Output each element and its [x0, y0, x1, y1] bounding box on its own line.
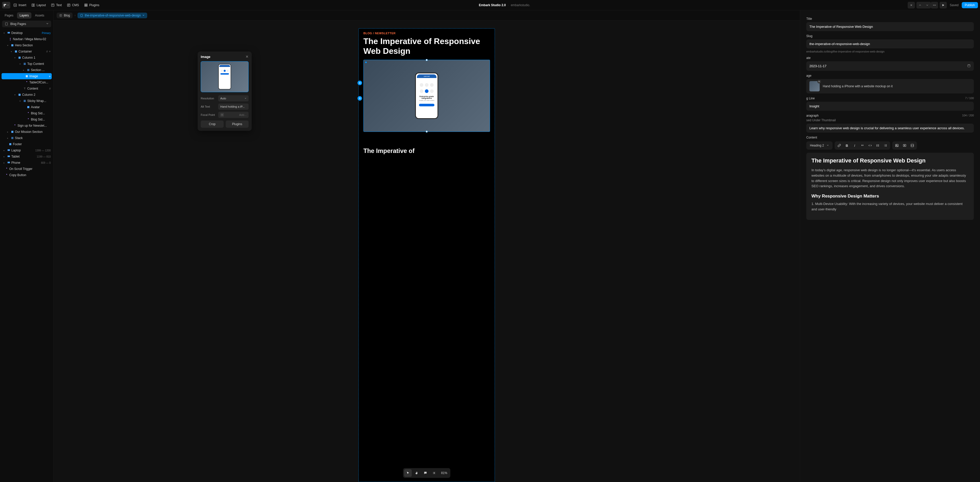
breadcrumb-current[interactable]: the-imperative-of-responsive-web-design: [78, 13, 147, 18]
tree-content[interactable]: Content #: [2, 86, 52, 92]
tree-section[interactable]: ▸ Section ...: [2, 67, 52, 73]
cursor-tool[interactable]: [404, 469, 412, 477]
quote-button[interactable]: [859, 142, 866, 148]
paragraph-input[interactable]: [806, 124, 974, 132]
svg-rect-8: [86, 5, 87, 6]
slug-input[interactable]: [806, 39, 974, 48]
content-editor[interactable]: The Imperative of Responsive Web Design …: [806, 153, 974, 220]
title-input[interactable]: [806, 22, 974, 31]
image-field[interactable]: ✕ Hand holding a iPhone with a website m…: [806, 79, 974, 93]
plugins-button[interactable]: Plugins: [82, 2, 102, 8]
stack-indicator-icon[interactable]: [358, 96, 362, 101]
chevron-down-icon: [827, 144, 829, 147]
pages-dropdown[interactable]: Blog Pages: [2, 21, 51, 27]
plus-icon: [13, 3, 17, 7]
layout-button[interactable]: Layout: [29, 2, 48, 8]
insert-button[interactable]: Insert: [11, 2, 28, 8]
theme-toggle[interactable]: [430, 469, 438, 477]
close-icon[interactable]: ✕: [245, 54, 248, 59]
code-button[interactable]: [867, 142, 874, 148]
tree-col2[interactable]: ▾ Column 2: [2, 92, 52, 98]
tree-copy[interactable]: Copy Button: [2, 172, 52, 178]
resize-handle-bottom[interactable]: [426, 131, 428, 132]
tree-image-selected[interactable]: Image +: [2, 73, 52, 79]
plus-icon[interactable]: +: [49, 74, 51, 78]
canvas-image-selected[interactable]: openreel Enterprise-gradeIntegrations Am…: [363, 60, 490, 132]
pages-icon: [5, 22, 8, 26]
selection-origin-dot: [365, 62, 367, 63]
tree-sticky[interactable]: ▾ Sticky Wrap...: [2, 98, 52, 104]
editor-paragraph: In today's digital age, responsive web d…: [811, 168, 969, 189]
canvas-frame[interactable]: BLOG / NEWSLETTER The Imperative of Resp…: [358, 28, 495, 482]
tree-phone[interactable]: ▸ Phone 809 — 0: [2, 160, 52, 166]
svg-rect-17: [24, 63, 26, 64]
close-panel-button[interactable]: [908, 2, 915, 8]
tree-footer[interactable]: Footer: [2, 141, 52, 147]
insert-video-button[interactable]: [901, 142, 908, 148]
canvas-title: The Imperative of Responsive Web Design: [359, 36, 495, 60]
link-button[interactable]: [835, 142, 843, 148]
svg-rect-25: [24, 101, 26, 102]
svg-rect-2: [33, 3, 35, 6]
svg-point-45: [877, 146, 877, 146]
alt-text-input[interactable]: Hand holding a iP...: [218, 104, 248, 110]
publish-button[interactable]: Publish: [962, 2, 978, 8]
breadcrumb-blog[interactable]: Blog: [57, 13, 73, 18]
tree-col1[interactable]: ▾ Column 1: [2, 54, 52, 61]
chevron-down-icon: [142, 14, 145, 17]
tree-stack[interactable]: ▸ Stack: [2, 135, 52, 141]
more-button[interactable]: [931, 2, 938, 8]
numbered-list-button[interactable]: 123: [882, 142, 889, 148]
crop-button[interactable]: Crop: [201, 120, 224, 128]
text-icon: [51, 3, 54, 7]
text-button[interactable]: Text: [49, 2, 64, 8]
resize-handle-top[interactable]: [426, 59, 428, 61]
remove-image-button[interactable]: ✕: [817, 80, 821, 83]
tab-assets[interactable]: Assets: [32, 12, 47, 19]
bullet-list-button[interactable]: [874, 142, 881, 148]
plus-icon[interactable]: +: [49, 50, 51, 53]
tree-desktop[interactable]: ▾ Desktop Primary: [2, 30, 52, 36]
focal-point-input[interactable]: Add...: [218, 112, 248, 118]
tree-container[interactable]: ▾ Container # +: [2, 48, 52, 54]
svg-rect-31: [8, 149, 10, 151]
image-popover: Image ✕ Resolution Auto Alt Text Hand ho…: [198, 51, 252, 131]
svg-point-11: [935, 5, 936, 5]
canvas-area[interactable]: Blog › the-imperative-of-responsive-web-…: [54, 10, 800, 482]
tree-laptop[interactable]: ▸ Laptop 1399 — 1200: [2, 147, 52, 153]
popover-thumbnail[interactable]: [201, 61, 248, 92]
zoom-level[interactable]: 81%: [439, 471, 449, 475]
stack-indicator-icon[interactable]: [358, 81, 362, 85]
tree-toc[interactable]: TableOfCon...: [2, 79, 52, 86]
tab-layers[interactable]: Layers: [17, 12, 32, 19]
resolution-select[interactable]: Auto: [218, 95, 248, 101]
insert-embed-button[interactable]: [909, 142, 916, 148]
tree-tablet[interactable]: ▸ Tablet 1199 — 810: [2, 153, 52, 160]
tree-navbar[interactable]: Navbar / Mega Menu-02: [2, 36, 52, 42]
tree-avatar[interactable]: Avatar: [2, 104, 52, 110]
date-input[interactable]: 2023-11-17: [806, 61, 974, 71]
next-button[interactable]: [924, 2, 931, 8]
tree-signup[interactable]: Sign up for Newslet...: [2, 123, 52, 129]
tree-mission[interactable]: ▸ Our Mission Section: [2, 129, 52, 135]
tree-blogsid1[interactable]: Blog Sid...: [2, 110, 52, 117]
heading-select[interactable]: Heading 2: [807, 143, 832, 148]
tab-pages[interactable]: Pages: [2, 12, 16, 19]
italic-button[interactable]: I: [851, 142, 858, 148]
comment-tool[interactable]: [422, 469, 429, 477]
svg-rect-26: [27, 106, 29, 108]
hand-tool[interactable]: [413, 469, 420, 477]
tree-scroll[interactable]: On Scroll Trigger: [2, 166, 52, 172]
eyebrow-text: BLOG / NEWSLETTER: [359, 29, 495, 36]
app-logo-menu[interactable]: [2, 2, 10, 8]
cms-button[interactable]: CMS: [65, 2, 81, 8]
tree-hero[interactable]: ▾ Hero Section: [2, 42, 52, 48]
tree-topcontent[interactable]: ▾ Top Content: [2, 61, 52, 67]
insert-image-button[interactable]: [893, 142, 900, 148]
play-button[interactable]: [940, 2, 947, 8]
tagline-input[interactable]: [806, 102, 974, 111]
plugins-button[interactable]: Plugins: [226, 120, 248, 128]
prev-button[interactable]: [916, 2, 924, 8]
bold-button[interactable]: B: [843, 142, 851, 148]
tree-blogsid2[interactable]: Blog Sid...: [2, 117, 52, 123]
